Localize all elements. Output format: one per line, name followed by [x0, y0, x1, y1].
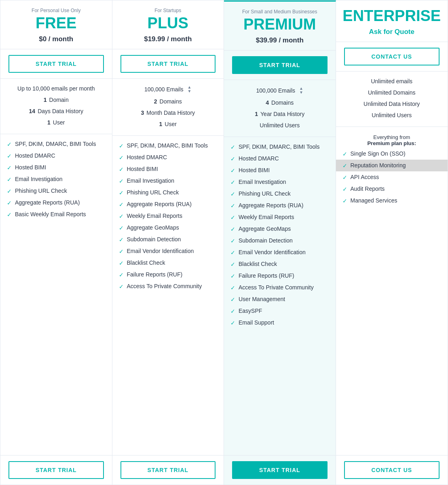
spec-row: Unlimited Users	[230, 120, 329, 131]
plan-cta-button-top-premium[interactable]: START TRIAL	[232, 56, 328, 74]
feature-item: ✓Failure Reports (RUF)	[230, 270, 329, 282]
spec-text: User	[53, 119, 65, 126]
feature-item: ✓Hosted BIMI	[7, 162, 106, 173]
feature-label: Hosted DMARC	[127, 154, 167, 160]
feature-label: Basic Weekly Email Reports	[15, 211, 86, 217]
check-icon: ✓	[230, 214, 235, 221]
feature-item: ✓Email Vendor Identification	[119, 245, 218, 257]
feature-label: Weekly Email Reports	[127, 213, 182, 219]
check-icon: ✓	[119, 190, 124, 196]
spec-text: User	[165, 121, 177, 127]
check-icon: ✓	[119, 260, 124, 266]
check-icon: ✓	[119, 201, 124, 208]
plan-header-plus: For StartupsPLUS$19.99 / month	[112, 0, 224, 49]
plan-price-plus: $19.99 / month	[119, 35, 218, 43]
plan-cta-button-bottom-premium[interactable]: START TRIAL	[232, 461, 328, 479]
spec-row: 3 Month Data History	[119, 107, 218, 118]
spec-text: Month Data History	[146, 110, 195, 116]
feature-label: Phishing URL Check	[127, 189, 179, 196]
feature-label: Failure Reports (RUF)	[127, 271, 183, 278]
feature-label: Aggregate GeoMaps	[239, 226, 291, 232]
spec-row: Unlimited emails	[342, 76, 442, 87]
plan-specs-premium: 100,000 Emails▲▼4 Domains1 Year Data His…	[224, 80, 336, 137]
check-icon: ✓	[230, 226, 235, 232]
plan-header-enterprise: ENTERPRISEAsk for Quote	[336, 0, 448, 42]
feature-label: SPF, DKIM, DMARC, BIMI Tools	[239, 143, 319, 150]
feature-label: User Management	[239, 296, 285, 302]
feature-label: Hosted BIMI	[239, 167, 270, 173]
spec-row: 1 Year Data History	[230, 108, 329, 120]
check-icon: ✓	[7, 153, 12, 159]
feature-item: ✓Blacklist Check	[230, 258, 329, 270]
feature-label: API Access	[351, 174, 379, 180]
check-icon: ✓	[119, 213, 124, 219]
check-icon: ✓	[7, 176, 12, 183]
check-icon: ✓	[7, 164, 12, 171]
feature-item: ✓SPF, DKIM, DMARC, BIMI Tools	[230, 141, 329, 153]
spec-text: Domain	[49, 97, 69, 103]
feature-item: ✓EasySPF	[230, 305, 329, 317]
spec-text: Year Data History	[260, 111, 304, 117]
plan-name-premium: PREMIUM	[230, 16, 329, 33]
feature-item: ✓Hosted BIMI	[230, 164, 329, 176]
plan-price-free: $0 / month	[7, 35, 106, 43]
feature-label: Hosted DMARC	[239, 155, 279, 162]
feature-item: ✓Managed Services	[342, 195, 442, 207]
feature-label: Blacklist Check	[239, 261, 277, 267]
email-spinner[interactable]: ▲▼	[299, 86, 303, 95]
plan-cta-section-top-free: START TRIAL	[0, 49, 112, 79]
spec-row: 14 Days Data History	[7, 105, 106, 117]
plan-cta-button-top-enterprise[interactable]: CONTACT US	[344, 48, 440, 65]
plan-header-premium: For Small and Medium BusinessesPREMIUM$3…	[224, 2, 336, 51]
plan-name-enterprise: ENTERPRISE	[342, 8, 442, 25]
feature-item: ✓Basic Weekly Email Reports	[7, 209, 106, 220]
feature-item: ✓Email Investigation	[119, 175, 218, 187]
check-icon: ✓	[7, 188, 12, 194]
spec-row: 100,000 Emails▲▼	[119, 83, 218, 96]
plan-for-plus: For Startups	[119, 8, 218, 13]
feature-label: Email Investigation	[15, 176, 63, 182]
feature-label: Blacklist Check	[127, 259, 165, 266]
feature-item: ✓Email Support	[230, 317, 329, 329]
feature-label: Email Investigation	[127, 177, 175, 184]
feature-item: ✓Audit Reports	[342, 183, 442, 195]
feature-label: Subdomain Detection	[127, 236, 181, 242]
email-spinner[interactable]: ▲▼	[188, 85, 192, 93]
check-icon: ✓	[342, 162, 347, 169]
feature-item: ✓Weekly Email Reports	[119, 210, 218, 222]
feature-label: Aggregate Reports (RUA)	[15, 199, 80, 206]
feature-item: ✓SPF, DKIM, DMARC, BIMI Tools	[7, 138, 106, 150]
check-icon: ✓	[230, 249, 235, 256]
feature-item: ✓Phishing URL Check	[119, 187, 218, 198]
plan-cta-button-bottom-free[interactable]: START TRIAL	[8, 461, 104, 479]
plan-features-plus: ✓SPF, DKIM, DMARC, BIMI Tools✓Hosted DMA…	[112, 136, 224, 455]
feature-item: ✓Weekly Email Reports	[230, 211, 329, 223]
feature-label: Aggregate GeoMaps	[127, 224, 179, 231]
check-icon: ✓	[230, 144, 235, 150]
plan-col-premium: For Small and Medium BusinessesPREMIUM$3…	[224, 0, 336, 485]
feature-item: ✓Aggregate GeoMaps	[230, 223, 329, 235]
check-icon: ✓	[230, 202, 235, 209]
check-icon: ✓	[119, 143, 124, 149]
spec-row: Unlimited Domains	[342, 87, 442, 98]
check-icon: ✓	[230, 296, 235, 303]
plan-cta-button-top-free[interactable]: START TRIAL	[8, 55, 104, 73]
check-icon: ✓	[230, 308, 235, 314]
plan-cta-button-bottom-enterprise[interactable]: CONTACT US	[344, 461, 440, 479]
plan-cta-button-bottom-plus[interactable]: START TRIAL	[120, 461, 216, 479]
plan-cta-button-top-plus[interactable]: START TRIAL	[120, 55, 216, 73]
spec-text: Domains	[271, 99, 294, 106]
check-icon: ✓	[7, 211, 12, 218]
feature-label: Hosted DMARC	[15, 152, 55, 159]
feature-label: SPF, DKIM, DMARC, BIMI Tools	[127, 142, 208, 149]
plan-col-enterprise: ENTERPRISEAsk for QuoteCONTACT USUnlimit…	[336, 0, 448, 485]
plan-cta-section-top-plus: START TRIAL	[112, 49, 224, 79]
feature-item: ✓Failure Reports (RUF)	[119, 269, 218, 280]
feature-label: Email Vendor Identification	[239, 249, 306, 255]
enterprise-intro: Everything fromPremium plan plus:	[342, 131, 442, 148]
check-icon: ✓	[230, 156, 235, 162]
plan-name-plus: PLUS	[119, 15, 218, 32]
feature-label: Hosted BIMI	[127, 166, 158, 172]
plan-cta-section-bottom-enterprise: CONTACT US	[336, 455, 448, 485]
feature-label: Subdomain Detection	[239, 237, 293, 244]
